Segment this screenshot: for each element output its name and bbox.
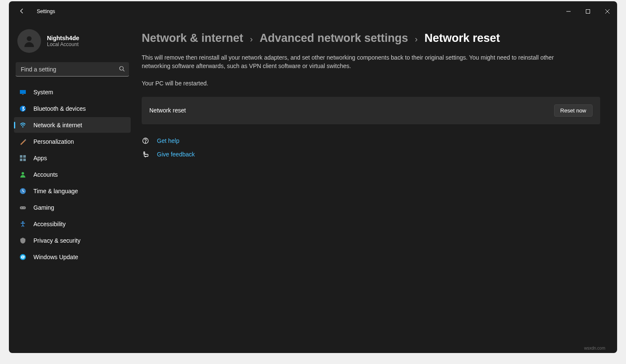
- svg-line-6: [123, 70, 125, 71]
- window-controls: [559, 5, 617, 18]
- sidebar-item-privacy[interactable]: Privacy & security: [14, 233, 131, 248]
- user-name: Nightsh4de: [47, 35, 79, 41]
- system-icon: [19, 88, 27, 96]
- titlebar-left: Settings: [17, 6, 55, 17]
- apps-icon: [19, 154, 27, 162]
- maximize-button[interactable]: [578, 5, 598, 18]
- gaming-icon: [19, 204, 27, 211]
- breadcrumb-level1[interactable]: Network & internet: [142, 32, 243, 45]
- svg-rect-18: [20, 206, 26, 209]
- sidebar-item-bluetooth[interactable]: Bluetooth & devices: [14, 101, 131, 116]
- sidebar-item-personalization[interactable]: Personalization: [14, 134, 131, 149]
- sidebar-item-label: Personalization: [33, 138, 74, 145]
- sidebar-item-update[interactable]: Windows Update: [14, 249, 131, 265]
- sidebar-item-label: Time & language: [33, 188, 78, 194]
- sidebar: Nightsh4de Local Account System Bluetoot…: [9, 22, 136, 353]
- svg-point-4: [27, 36, 31, 41]
- svg-point-5: [120, 66, 124, 70]
- svg-point-11: [22, 126, 24, 127]
- svg-point-21: [22, 221, 24, 223]
- sidebar-item-accessibility[interactable]: Accessibility: [14, 216, 131, 232]
- back-button[interactable]: [17, 6, 27, 17]
- network-icon: [19, 121, 27, 129]
- sidebar-item-apps[interactable]: Apps: [14, 150, 131, 166]
- svg-rect-15: [23, 159, 26, 161]
- watermark: wsxdn.com: [584, 346, 605, 350]
- search-icon: [119, 66, 125, 73]
- sidebar-item-label: Network & internet: [33, 122, 82, 129]
- main-content: Network & internet › Advanced network se…: [136, 22, 617, 353]
- network-reset-card: Network reset Reset now: [142, 97, 600, 124]
- titlebar: Settings: [9, 1, 617, 22]
- sidebar-item-label: Gaming: [33, 204, 54, 211]
- sidebar-item-gaming[interactable]: Gaming: [14, 200, 131, 215]
- settings-window: Settings Nightsh4de Local Account: [9, 1, 617, 353]
- breadcrumb-current: Network reset: [424, 32, 500, 45]
- reset-now-button[interactable]: Reset now: [554, 104, 593, 117]
- svg-point-24: [145, 142, 146, 142]
- search-input[interactable]: [16, 62, 129, 77]
- nav-list: System Bluetooth & devices Network & int…: [14, 82, 131, 265]
- svg-point-19: [21, 207, 22, 208]
- svg-point-16: [22, 172, 24, 175]
- svg-rect-1: [586, 10, 590, 14]
- app-title: Settings: [37, 8, 55, 14]
- user-sub: Local Account: [47, 41, 79, 47]
- feedback-icon: [142, 151, 149, 158]
- svg-rect-9: [22, 94, 24, 95]
- sidebar-item-label: System: [33, 89, 53, 96]
- svg-rect-13: [23, 155, 26, 158]
- bluetooth-icon: [19, 105, 27, 112]
- get-help-row: Get help: [142, 137, 600, 145]
- sidebar-item-accounts[interactable]: Accounts: [14, 167, 131, 182]
- card-label: Network reset: [149, 107, 186, 114]
- close-button[interactable]: [598, 5, 617, 18]
- update-icon: [19, 253, 27, 261]
- svg-point-25: [144, 152, 145, 153]
- user-text: Nightsh4de Local Account: [47, 35, 79, 47]
- sidebar-item-label: Windows Update: [33, 254, 78, 260]
- privacy-icon: [19, 237, 27, 244]
- sidebar-item-time[interactable]: Time & language: [14, 183, 131, 199]
- give-feedback-link[interactable]: Give feedback: [157, 151, 195, 158]
- breadcrumb: Network & internet › Advanced network se…: [142, 32, 600, 45]
- chevron-right-icon: ›: [250, 33, 253, 44]
- user-block[interactable]: Nightsh4de Local Account: [14, 26, 131, 60]
- help-icon: [142, 137, 149, 145]
- minimize-button[interactable]: [559, 5, 578, 18]
- search-box: [16, 62, 129, 77]
- feedback-row: Give feedback: [142, 151, 600, 158]
- chevron-right-icon: ›: [415, 33, 418, 44]
- help-links: Get help Give feedback: [142, 137, 600, 158]
- svg-point-20: [24, 207, 25, 208]
- sidebar-item-label: Accounts: [33, 171, 58, 178]
- page-description: This will remove then reinstall all your…: [142, 53, 556, 71]
- sidebar-item-label: Bluetooth & devices: [33, 105, 86, 112]
- restart-notice: Your PC will be restarted.: [142, 80, 600, 87]
- svg-rect-8: [20, 90, 26, 94]
- svg-rect-12: [20, 155, 22, 158]
- get-help-link[interactable]: Get help: [157, 137, 179, 144]
- sidebar-item-label: Apps: [33, 155, 47, 161]
- breadcrumb-level2[interactable]: Advanced network settings: [260, 32, 408, 45]
- time-icon: [19, 187, 27, 195]
- avatar: [17, 29, 41, 53]
- sidebar-item-network[interactable]: Network & internet: [14, 117, 131, 133]
- svg-rect-26: [144, 154, 148, 156]
- sidebar-item-label: Privacy & security: [33, 237, 80, 244]
- accounts-icon: [19, 171, 27, 178]
- personalization-icon: [19, 138, 27, 145]
- accessibility-icon: [19, 220, 27, 228]
- svg-rect-14: [20, 159, 22, 161]
- sidebar-item-label: Accessibility: [33, 221, 66, 227]
- sidebar-item-system[interactable]: System: [14, 84, 131, 100]
